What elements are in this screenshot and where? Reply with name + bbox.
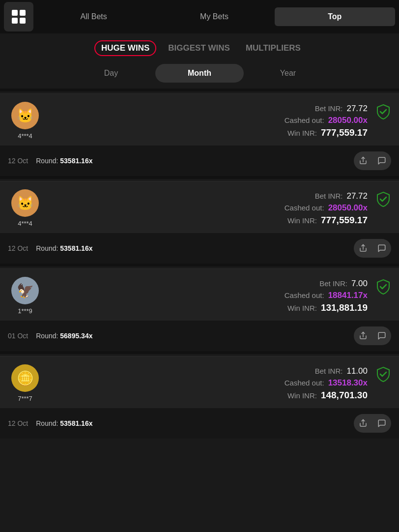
divider: [0, 89, 399, 91]
divider: [0, 264, 399, 266]
avatar-wrap: 🪙 7***7: [8, 364, 42, 402]
chat-button[interactable]: [372, 414, 391, 433]
bet-round: Round: 53581.16x: [36, 244, 92, 252]
logo-cell: [20, 10, 26, 16]
chat-button[interactable]: [372, 239, 391, 258]
avatar-emoji: 🐱: [17, 195, 34, 211]
avatar-wrap: 🐱 4***4: [8, 189, 42, 227]
round-value: 53581.16x: [60, 419, 92, 427]
avatar-wrap: 🐱 4***4: [8, 102, 42, 140]
bet-info: Bet INR: 7.00 Cashed out: 18841.17x Win …: [50, 279, 368, 313]
logo[interactable]: [4, 2, 33, 31]
username[interactable]: 1***9: [18, 307, 32, 315]
win-type-biggest-wins[interactable]: BIGGEST WINS: [164, 41, 234, 55]
avatar[interactable]: 🐱: [11, 102, 39, 129]
divider: [0, 176, 399, 179]
period-tab-year[interactable]: Year: [244, 64, 332, 83]
logo-cell: [12, 10, 18, 16]
chat-button[interactable]: [372, 326, 391, 345]
round-value: 56895.34x: [60, 332, 92, 340]
bet-footer: 12 Oct Round: 53581.16x: [0, 408, 399, 439]
username[interactable]: 4***4: [18, 220, 32, 227]
tab-all-bets[interactable]: All Bets: [33, 7, 154, 26]
shield-icon: [375, 366, 391, 385]
win-value: 131,881.19: [321, 302, 368, 313]
cashout-row: Cashed out: 18841.17x: [50, 291, 368, 300]
win-type-multipliers[interactable]: MULTIPLIERS: [242, 41, 305, 55]
win-label: Win INR:: [287, 129, 317, 137]
round-value: 53581.16x: [60, 244, 92, 252]
tab-my-bets[interactable]: My Bets: [154, 7, 274, 26]
bet-footer: 01 Oct Round: 56895.34x: [0, 321, 399, 351]
bet-label: Bet INR:: [315, 104, 343, 113]
avatar[interactable]: 🐱: [11, 189, 39, 217]
avatar-emoji: 🪙: [17, 370, 34, 386]
avatar-wrap: 🦅 1***9: [8, 277, 42, 315]
cashout-row: Cashed out: 13518.30x: [50, 378, 368, 388]
cashout-label: Cashed out:: [285, 204, 324, 212]
bet-footer-left: 12 Oct Round: 53581.16x: [8, 244, 92, 252]
share-button[interactable]: [354, 151, 372, 170]
shield-icon: [375, 279, 391, 298]
avatar[interactable]: 🪙: [11, 364, 39, 392]
bet-list: 🐱 4***4 Bet INR: 27.72 Cashed out: 28050…: [0, 93, 399, 439]
cashout-label: Cashed out:: [285, 379, 324, 387]
cashout-row: Cashed out: 28050.00x: [50, 116, 368, 125]
period-tabs: Day Month Year: [0, 60, 399, 89]
logo-grid: [12, 10, 26, 24]
period-tab-month[interactable]: Month: [155, 64, 244, 83]
win-value: 148,701.30: [321, 390, 368, 401]
action-btn-group: [354, 414, 391, 433]
cashout-label: Cashed out:: [285, 116, 324, 124]
username[interactable]: 4***4: [18, 132, 32, 140]
bet-card: 🐱 4***4 Bet INR: 27.72 Cashed out: 28050…: [0, 93, 399, 176]
cashout-value: 13518.30x: [328, 378, 368, 388]
action-btn-group: [354, 239, 391, 258]
win-label: Win INR:: [287, 304, 317, 312]
win-label: Win INR:: [287, 391, 317, 400]
cashout-row: Cashed out: 28050.00x: [50, 203, 368, 213]
bet-row: Bet INR: 27.72: [50, 104, 368, 114]
bet-round: Round: 53581.16x: [36, 157, 92, 165]
bet-row: Bet INR: 7.00: [50, 279, 368, 289]
period-tab-day[interactable]: Day: [67, 64, 155, 83]
bet-footer-left: 12 Oct Round: 53581.16x: [8, 419, 92, 427]
divider: [0, 351, 399, 354]
win-value: 777,559.17: [321, 127, 368, 138]
username[interactable]: 7***7: [18, 395, 32, 402]
nav-tabs: All Bets My Bets Top: [33, 7, 395, 26]
bet-main: 🐱 4***4 Bet INR: 27.72 Cashed out: 28050…: [0, 181, 399, 233]
bet-date: 01 Oct: [8, 332, 28, 340]
bet-value: 7.00: [351, 279, 368, 289]
share-button[interactable]: [354, 414, 372, 433]
bet-footer: 12 Oct Round: 53581.16x: [0, 233, 399, 264]
avatar[interactable]: 🦅: [11, 277, 39, 304]
chat-button[interactable]: [372, 151, 391, 170]
win-row: Win INR: 148,701.30: [50, 390, 368, 401]
bet-date: 12 Oct: [8, 157, 28, 165]
logo-cell: [12, 18, 18, 24]
win-row: Win INR: 777,559.17: [50, 127, 368, 138]
bet-date: 12 Oct: [8, 419, 28, 427]
tab-top[interactable]: Top: [275, 7, 395, 26]
bet-main: 🪙 7***7 Bet INR: 11.00 Cashed out: 13518…: [0, 356, 399, 408]
win-row: Win INR: 131,881.19: [50, 302, 368, 313]
win-type-huge-wins[interactable]: HUGE WINS: [94, 40, 156, 56]
avatar-emoji: 🦅: [17, 283, 34, 299]
bet-card: 🦅 1***9 Bet INR: 7.00 Cashed out: 18841.…: [0, 268, 399, 351]
bet-label: Bet INR:: [315, 367, 343, 375]
share-button[interactable]: [354, 239, 372, 258]
win-value: 777,559.17: [321, 215, 368, 226]
bet-card: 🪙 7***7 Bet INR: 11.00 Cashed out: 13518…: [0, 356, 399, 439]
bet-value: 27.72: [346, 191, 368, 201]
cashout-value: 18841.17x: [328, 291, 368, 300]
action-btn-group: [354, 326, 391, 345]
bet-date: 12 Oct: [8, 244, 28, 252]
bet-row: Bet INR: 11.00: [50, 366, 368, 376]
bet-main: 🦅 1***9 Bet INR: 7.00 Cashed out: 18841.…: [0, 269, 399, 321]
bet-label: Bet INR:: [319, 279, 347, 288]
bet-round: Round: 53581.16x: [36, 419, 92, 427]
win-row: Win INR: 777,559.17: [50, 215, 368, 226]
header: All Bets My Bets Top: [0, 0, 399, 33]
share-button[interactable]: [354, 326, 372, 345]
